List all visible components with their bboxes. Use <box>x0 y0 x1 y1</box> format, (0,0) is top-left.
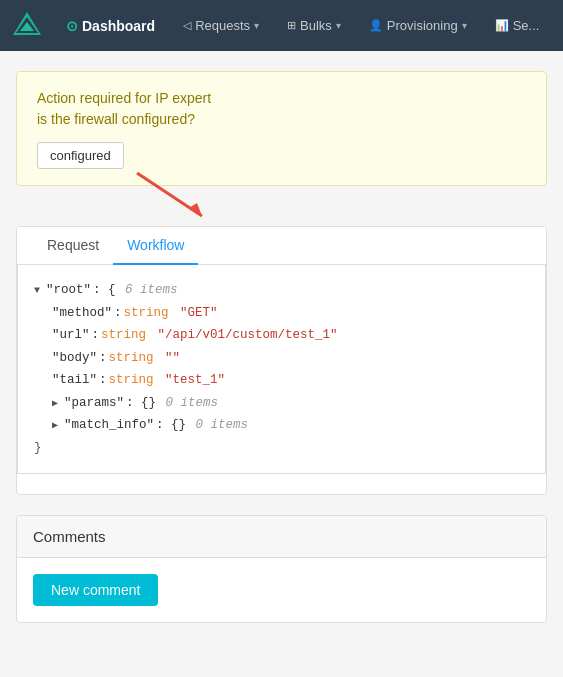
matchinfo-triangle[interactable] <box>52 417 62 435</box>
comments-header: Comments <box>17 516 546 558</box>
stats-icon: 📊 <box>495 19 509 32</box>
nav-provisioning[interactable]: 👤 Provisioning ▾ <box>357 10 479 41</box>
json-url-line: "url" : string "/api/v01/custom/test_1" <box>34 324 529 347</box>
workflow-panel: Request Workflow "root" : { 6 items "met… <box>16 226 547 495</box>
json-method-line: "method" : string "GET" <box>34 302 529 325</box>
bulks-icon: ⊞ <box>287 19 296 32</box>
red-arrow <box>117 168 247 223</box>
nav-stats-label: Se... <box>513 18 540 33</box>
nav-provisioning-label: Provisioning <box>387 18 458 33</box>
nav-bulks-label: Bulks <box>300 18 332 33</box>
tab-workflow[interactable]: Workflow <box>113 227 198 265</box>
root-triangle[interactable] <box>34 282 44 300</box>
brand-label: Dashboard <box>82 18 155 34</box>
tab-request[interactable]: Request <box>33 227 113 265</box>
comments-section: Comments New comment <box>16 515 547 623</box>
json-matchinfo-line: "match_info" : {} 0 items <box>34 414 529 437</box>
alert-text: Action required for IP expert is the fir… <box>37 88 526 130</box>
provisioning-caret: ▾ <box>462 20 467 31</box>
provisioning-icon: 👤 <box>369 19 383 32</box>
brand-link[interactable]: ⊙ Dashboard <box>54 10 167 42</box>
alert-box: Action required for IP expert is the fir… <box>16 71 547 186</box>
navbar: ⊙ Dashboard ◁ Requests ▾ ⊞ Bulks ▾ 👤 Pro… <box>0 0 563 51</box>
nav-requests[interactable]: ◁ Requests ▾ <box>171 10 271 41</box>
new-comment-button[interactable]: New comment <box>33 574 158 606</box>
json-viewer: "root" : { 6 items "method" : string "GE… <box>17 265 546 474</box>
brand-icon: ⊙ <box>66 18 78 34</box>
json-root-line: "root" : { 6 items <box>34 279 529 302</box>
requests-caret: ▾ <box>254 20 259 31</box>
logo-icon <box>10 9 44 43</box>
requests-icon: ◁ <box>183 19 191 32</box>
configured-button[interactable]: configured <box>37 142 124 169</box>
json-closing-brace: } <box>34 437 529 460</box>
json-tail-line: "tail" : string "test_1" <box>34 369 529 392</box>
comments-body: New comment <box>17 558 546 622</box>
nav-bulks[interactable]: ⊞ Bulks ▾ <box>275 10 353 41</box>
nav-requests-label: Requests <box>195 18 250 33</box>
json-params-line: "params" : {} 0 items <box>34 392 529 415</box>
tab-bar: Request Workflow <box>17 227 546 265</box>
bulks-caret: ▾ <box>336 20 341 31</box>
json-body-line: "body" : string "" <box>34 347 529 370</box>
main-content: Action required for IP expert is the fir… <box>0 51 563 643</box>
params-triangle[interactable] <box>52 395 62 413</box>
nav-stats[interactable]: 📊 Se... <box>483 10 552 41</box>
